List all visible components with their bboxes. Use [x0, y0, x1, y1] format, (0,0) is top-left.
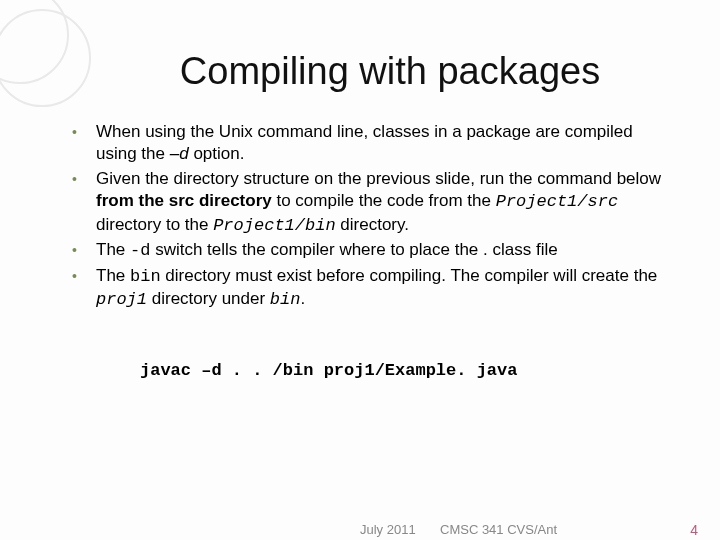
bullet-item: When using the Unix command line, classe… [70, 121, 670, 166]
bullet-text: to compile the code from the [272, 191, 496, 210]
footer-course: CMSC 341 CVS/Ant [440, 522, 557, 537]
inline-code-bin-path: Project1/bin [213, 216, 335, 235]
slide-title: Compiling with packages [110, 50, 670, 93]
slide-container: Compiling with packages When using the U… [0, 0, 720, 540]
inline-code-src-path: Project1/src [496, 192, 618, 211]
bullet-text: directory must exist before compiling. T… [161, 266, 658, 285]
inline-code-bin: bin [130, 267, 161, 286]
bullet-item: Given the directory structure on the pre… [70, 168, 670, 237]
slide-body: When using the Unix command line, classe… [60, 121, 670, 382]
bullet-text: directory to the [96, 215, 213, 234]
bullet-text: directory. [336, 215, 409, 234]
inline-code-d-switch: -d [130, 241, 150, 260]
bullet-text: . [300, 289, 305, 308]
inline-code-proj1: proj1 [96, 290, 147, 309]
bullet-text: The [96, 266, 130, 285]
bullet-list: When using the Unix command line, classe… [60, 121, 670, 312]
bullet-text: The [96, 240, 130, 259]
footer-page-number: 4 [690, 522, 698, 538]
bullet-item: The bin directory must exist before comp… [70, 265, 670, 312]
inline-option-d: –d [170, 144, 189, 163]
bold-src-phrase: from the src directory [96, 191, 272, 210]
bullet-text: switch tells the compiler where to place… [150, 240, 557, 259]
bullet-text: directory under [147, 289, 270, 308]
inline-code-bin2: bin [270, 290, 301, 309]
footer-date: July 2011 [360, 522, 416, 537]
command-line: javac –d . . /bin proj1/Example. java [140, 360, 670, 382]
bullet-text: option. [189, 144, 245, 163]
bullet-text: Given the directory structure on the pre… [96, 169, 661, 188]
bullet-item: The -d switch tells the compiler where t… [70, 239, 670, 262]
